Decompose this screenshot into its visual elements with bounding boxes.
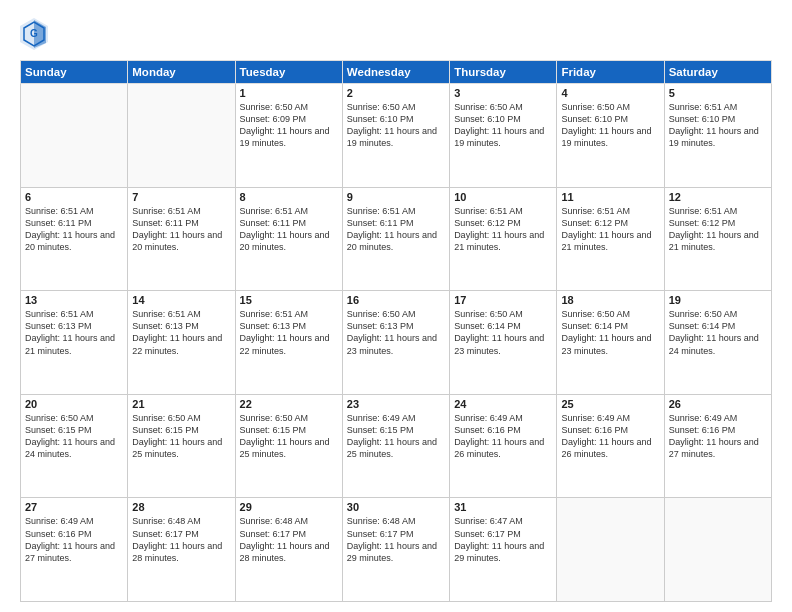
- day-number: 17: [454, 294, 552, 306]
- day-number: 26: [669, 398, 767, 410]
- day-detail: Sunrise: 6:51 AM Sunset: 6:12 PM Dayligh…: [561, 205, 659, 254]
- day-number: 25: [561, 398, 659, 410]
- calendar-cell: 7Sunrise: 6:51 AM Sunset: 6:11 PM Daylig…: [128, 187, 235, 291]
- calendar-cell: 14Sunrise: 6:51 AM Sunset: 6:13 PM Dayli…: [128, 291, 235, 395]
- calendar-cell: 8Sunrise: 6:51 AM Sunset: 6:11 PM Daylig…: [235, 187, 342, 291]
- day-detail: Sunrise: 6:50 AM Sunset: 6:15 PM Dayligh…: [240, 412, 338, 461]
- calendar-header-saturday: Saturday: [664, 61, 771, 84]
- day-detail: Sunrise: 6:50 AM Sunset: 6:14 PM Dayligh…: [454, 308, 552, 357]
- calendar-cell: 25Sunrise: 6:49 AM Sunset: 6:16 PM Dayli…: [557, 394, 664, 498]
- day-number: 15: [240, 294, 338, 306]
- calendar-header-sunday: Sunday: [21, 61, 128, 84]
- header: G: [20, 18, 772, 50]
- day-number: 3: [454, 87, 552, 99]
- calendar-cell: 24Sunrise: 6:49 AM Sunset: 6:16 PM Dayli…: [450, 394, 557, 498]
- day-number: 29: [240, 501, 338, 513]
- day-detail: Sunrise: 6:51 AM Sunset: 6:11 PM Dayligh…: [25, 205, 123, 254]
- day-detail: Sunrise: 6:50 AM Sunset: 6:10 PM Dayligh…: [454, 101, 552, 150]
- calendar-cell: 27Sunrise: 6:49 AM Sunset: 6:16 PM Dayli…: [21, 498, 128, 602]
- calendar-week-row: 13Sunrise: 6:51 AM Sunset: 6:13 PM Dayli…: [21, 291, 772, 395]
- day-detail: Sunrise: 6:51 AM Sunset: 6:13 PM Dayligh…: [240, 308, 338, 357]
- day-number: 31: [454, 501, 552, 513]
- calendar-cell: 17Sunrise: 6:50 AM Sunset: 6:14 PM Dayli…: [450, 291, 557, 395]
- day-number: 19: [669, 294, 767, 306]
- calendar-cell: [21, 84, 128, 188]
- day-number: 23: [347, 398, 445, 410]
- calendar-cell: 5Sunrise: 6:51 AM Sunset: 6:10 PM Daylig…: [664, 84, 771, 188]
- calendar-cell: 31Sunrise: 6:47 AM Sunset: 6:17 PM Dayli…: [450, 498, 557, 602]
- page: G SundayMondayTuesdayWednesdayThursdayFr…: [0, 0, 792, 612]
- calendar-cell: 26Sunrise: 6:49 AM Sunset: 6:16 PM Dayli…: [664, 394, 771, 498]
- svg-text:G: G: [30, 28, 38, 39]
- calendar-cell: 12Sunrise: 6:51 AM Sunset: 6:12 PM Dayli…: [664, 187, 771, 291]
- calendar: SundayMondayTuesdayWednesdayThursdayFrid…: [20, 60, 772, 602]
- day-detail: Sunrise: 6:50 AM Sunset: 6:14 PM Dayligh…: [669, 308, 767, 357]
- calendar-cell: [128, 84, 235, 188]
- calendar-cell: 3Sunrise: 6:50 AM Sunset: 6:10 PM Daylig…: [450, 84, 557, 188]
- calendar-week-row: 1Sunrise: 6:50 AM Sunset: 6:09 PM Daylig…: [21, 84, 772, 188]
- day-detail: Sunrise: 6:51 AM Sunset: 6:13 PM Dayligh…: [132, 308, 230, 357]
- day-detail: Sunrise: 6:48 AM Sunset: 6:17 PM Dayligh…: [132, 515, 230, 564]
- calendar-cell: 2Sunrise: 6:50 AM Sunset: 6:10 PM Daylig…: [342, 84, 449, 188]
- day-detail: Sunrise: 6:47 AM Sunset: 6:17 PM Dayligh…: [454, 515, 552, 564]
- day-detail: Sunrise: 6:49 AM Sunset: 6:15 PM Dayligh…: [347, 412, 445, 461]
- calendar-cell: 10Sunrise: 6:51 AM Sunset: 6:12 PM Dayli…: [450, 187, 557, 291]
- day-number: 12: [669, 191, 767, 203]
- calendar-cell: 4Sunrise: 6:50 AM Sunset: 6:10 PM Daylig…: [557, 84, 664, 188]
- calendar-header-wednesday: Wednesday: [342, 61, 449, 84]
- calendar-cell: 20Sunrise: 6:50 AM Sunset: 6:15 PM Dayli…: [21, 394, 128, 498]
- day-detail: Sunrise: 6:50 AM Sunset: 6:15 PM Dayligh…: [25, 412, 123, 461]
- calendar-header-monday: Monday: [128, 61, 235, 84]
- logo-icon: G: [20, 18, 48, 50]
- calendar-cell: 28Sunrise: 6:48 AM Sunset: 6:17 PM Dayli…: [128, 498, 235, 602]
- day-number: 21: [132, 398, 230, 410]
- day-detail: Sunrise: 6:51 AM Sunset: 6:11 PM Dayligh…: [132, 205, 230, 254]
- day-detail: Sunrise: 6:48 AM Sunset: 6:17 PM Dayligh…: [240, 515, 338, 564]
- day-detail: Sunrise: 6:51 AM Sunset: 6:12 PM Dayligh…: [669, 205, 767, 254]
- day-detail: Sunrise: 6:50 AM Sunset: 6:09 PM Dayligh…: [240, 101, 338, 150]
- calendar-cell: 23Sunrise: 6:49 AM Sunset: 6:15 PM Dayli…: [342, 394, 449, 498]
- calendar-week-row: 27Sunrise: 6:49 AM Sunset: 6:16 PM Dayli…: [21, 498, 772, 602]
- calendar-cell: 11Sunrise: 6:51 AM Sunset: 6:12 PM Dayli…: [557, 187, 664, 291]
- day-detail: Sunrise: 6:49 AM Sunset: 6:16 PM Dayligh…: [454, 412, 552, 461]
- calendar-cell: [664, 498, 771, 602]
- day-number: 6: [25, 191, 123, 203]
- day-detail: Sunrise: 6:50 AM Sunset: 6:14 PM Dayligh…: [561, 308, 659, 357]
- day-number: 10: [454, 191, 552, 203]
- calendar-header-friday: Friday: [557, 61, 664, 84]
- day-detail: Sunrise: 6:51 AM Sunset: 6:10 PM Dayligh…: [669, 101, 767, 150]
- day-number: 20: [25, 398, 123, 410]
- calendar-cell: 18Sunrise: 6:50 AM Sunset: 6:14 PM Dayli…: [557, 291, 664, 395]
- day-number: 24: [454, 398, 552, 410]
- day-number: 13: [25, 294, 123, 306]
- calendar-cell: 16Sunrise: 6:50 AM Sunset: 6:13 PM Dayli…: [342, 291, 449, 395]
- calendar-cell: 21Sunrise: 6:50 AM Sunset: 6:15 PM Dayli…: [128, 394, 235, 498]
- calendar-cell: 13Sunrise: 6:51 AM Sunset: 6:13 PM Dayli…: [21, 291, 128, 395]
- calendar-cell: 29Sunrise: 6:48 AM Sunset: 6:17 PM Dayli…: [235, 498, 342, 602]
- calendar-header-tuesday: Tuesday: [235, 61, 342, 84]
- day-number: 8: [240, 191, 338, 203]
- day-number: 2: [347, 87, 445, 99]
- calendar-cell: 30Sunrise: 6:48 AM Sunset: 6:17 PM Dayli…: [342, 498, 449, 602]
- calendar-week-row: 6Sunrise: 6:51 AM Sunset: 6:11 PM Daylig…: [21, 187, 772, 291]
- day-number: 9: [347, 191, 445, 203]
- calendar-cell: 19Sunrise: 6:50 AM Sunset: 6:14 PM Dayli…: [664, 291, 771, 395]
- calendar-header-row: SundayMondayTuesdayWednesdayThursdayFrid…: [21, 61, 772, 84]
- calendar-cell: 1Sunrise: 6:50 AM Sunset: 6:09 PM Daylig…: [235, 84, 342, 188]
- day-number: 7: [132, 191, 230, 203]
- calendar-cell: 15Sunrise: 6:51 AM Sunset: 6:13 PM Dayli…: [235, 291, 342, 395]
- day-detail: Sunrise: 6:51 AM Sunset: 6:11 PM Dayligh…: [347, 205, 445, 254]
- day-number: 30: [347, 501, 445, 513]
- day-number: 27: [25, 501, 123, 513]
- day-detail: Sunrise: 6:50 AM Sunset: 6:15 PM Dayligh…: [132, 412, 230, 461]
- day-number: 14: [132, 294, 230, 306]
- day-detail: Sunrise: 6:49 AM Sunset: 6:16 PM Dayligh…: [561, 412, 659, 461]
- day-number: 11: [561, 191, 659, 203]
- day-detail: Sunrise: 6:50 AM Sunset: 6:13 PM Dayligh…: [347, 308, 445, 357]
- day-number: 1: [240, 87, 338, 99]
- day-number: 16: [347, 294, 445, 306]
- day-detail: Sunrise: 6:51 AM Sunset: 6:11 PM Dayligh…: [240, 205, 338, 254]
- day-number: 5: [669, 87, 767, 99]
- day-number: 22: [240, 398, 338, 410]
- day-detail: Sunrise: 6:50 AM Sunset: 6:10 PM Dayligh…: [561, 101, 659, 150]
